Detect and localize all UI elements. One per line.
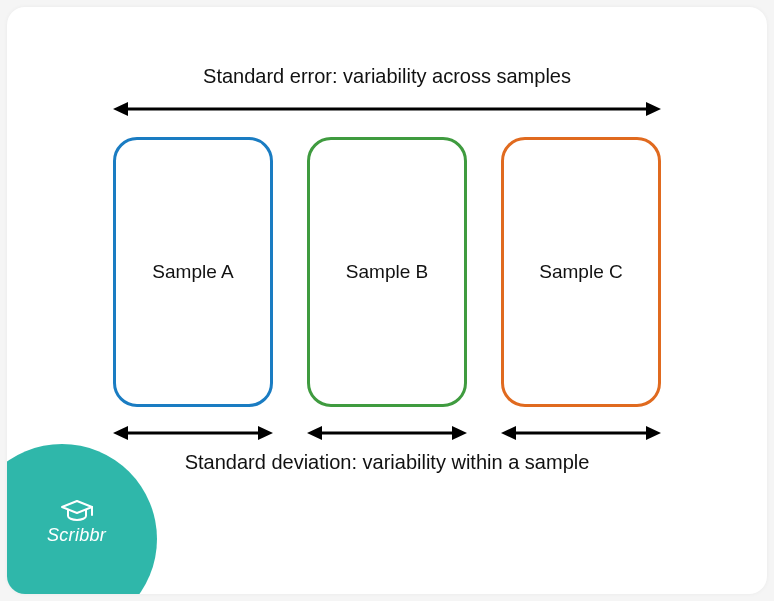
svg-marker-1 [113,102,128,116]
diagram-card: Standard error: variability across sampl… [7,7,767,594]
sample-row: Sample A Sample B Sample C [113,137,661,407]
bottom-label: Standard deviation: variability within a… [185,451,590,474]
svg-marker-11 [646,426,661,440]
top-arrow [113,99,661,123]
svg-marker-2 [646,102,661,116]
scribbr-badge-content: Scribbr [47,499,106,546]
svg-marker-10 [501,426,516,440]
bottom-arrow-c [501,423,661,447]
top-label: Standard error: variability across sampl… [203,65,571,88]
scribbr-name: Scribbr [47,525,106,546]
sample-b-label: Sample B [346,261,428,283]
bottom-arrow-row [113,423,661,447]
sample-box-a: Sample A [113,137,273,407]
svg-marker-5 [258,426,273,440]
bottom-arrow-b [307,423,467,447]
svg-marker-4 [113,426,128,440]
svg-marker-8 [452,426,467,440]
sample-a-label: Sample A [152,261,233,283]
graduation-cap-icon [60,499,94,521]
bottom-arrow-a [113,423,273,447]
svg-marker-7 [307,426,322,440]
sample-c-label: Sample C [539,261,622,283]
sample-box-b: Sample B [307,137,467,407]
sample-box-c: Sample C [501,137,661,407]
